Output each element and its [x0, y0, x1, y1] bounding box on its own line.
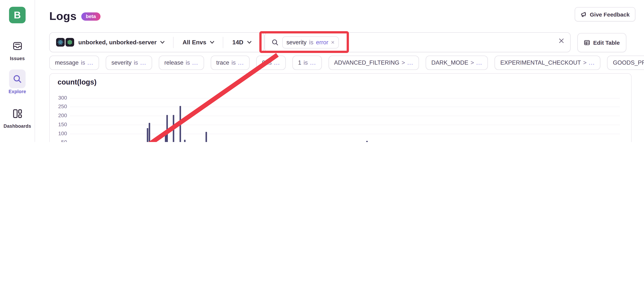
sidebar-item-issues[interactable]: Issues	[0, 36, 35, 61]
y-axis-tick-label: 50	[52, 139, 67, 142]
sidebar-item-label: Issues	[0, 56, 35, 61]
dashboards-icon	[12, 108, 22, 119]
suggestion-chip-release[interactable]: releaseis...	[159, 56, 204, 70]
clear-search-icon[interactable]	[558, 38, 564, 44]
remove-filter-icon[interactable]: ×	[331, 39, 334, 45]
sidebar-item-dashboards[interactable]: Dashboards	[0, 104, 35, 129]
suggestion-chip-severity[interactable]: severityis...	[106, 56, 152, 70]
environment-selector[interactable]: All Envs	[182, 39, 206, 46]
chart-bar[interactable]	[166, 115, 168, 142]
suggestion-chip-trace[interactable]: traceis...	[210, 56, 250, 70]
filter-operator[interactable]: is	[309, 39, 313, 46]
log-search-input[interactable]: severity is error ×	[264, 32, 570, 52]
org-avatar[interactable]: B	[9, 7, 26, 23]
edit-table-label: Edit Table	[593, 39, 620, 46]
search-icon	[12, 74, 22, 84]
divider	[223, 37, 223, 48]
sidebar-item-explore[interactable]: Explore	[0, 69, 35, 94]
y-axis-tick-label: 100	[52, 130, 67, 136]
chart-title: count(logs)	[58, 78, 96, 86]
filter-key[interactable]: severity	[286, 39, 306, 46]
page-filter-bar: unborked, unborked-server All Envs 14D	[49, 32, 264, 52]
chart-bar[interactable]	[366, 141, 368, 142]
beta-badge: beta	[81, 12, 100, 21]
node-icon	[66, 38, 74, 47]
search-filter-chip[interactable]: severity is error ×	[282, 36, 338, 48]
logs-count-chart: count(logs) 050100150200250300 Apr 21stA…	[49, 73, 632, 142]
give-feedback-label: Give Feedback	[590, 11, 630, 17]
chart-bar[interactable]	[184, 140, 186, 142]
search-icon	[272, 39, 278, 46]
chart-bar[interactable]	[147, 128, 148, 142]
y-axis-tick-label: 250	[52, 104, 67, 110]
chart-bar[interactable]	[179, 106, 181, 142]
filter-value[interactable]: error	[316, 39, 328, 46]
y-axis-tick-label: 300	[52, 95, 67, 101]
logs-page: B IssuesExploreDashboardsInsightsSetting…	[0, 0, 644, 142]
chart-bar[interactable]	[165, 131, 166, 142]
divider	[173, 37, 174, 48]
edit-table-button[interactable]: Edit Table	[578, 33, 626, 52]
suggestion-chip-experimental_checkout[interactable]: EXPERIMENTAL_CHECKOUT>...	[494, 56, 600, 70]
project-platform-icons	[56, 38, 74, 47]
chevron-down-icon	[160, 41, 165, 44]
table-icon	[584, 39, 590, 46]
project-selector[interactable]: unborked, unborked-server	[78, 39, 156, 46]
react-icon	[56, 38, 65, 47]
give-feedback-button[interactable]: Give Feedback	[575, 7, 635, 21]
date-range-selector[interactable]: 14D	[232, 39, 243, 46]
filter-suggestions-row: messageis...severityis...releaseis...tra…	[49, 56, 644, 70]
page-title: Logs	[49, 10, 76, 22]
sidebar: B IssuesExploreDashboardsInsightsSetting…	[0, 0, 35, 142]
chevron-down-icon	[247, 41, 252, 44]
sidebar-item-label: Explore	[0, 89, 35, 94]
y-axis-tick-label: 150	[52, 121, 67, 127]
y-axis-tick-label: 200	[52, 112, 67, 118]
chart-gridline	[70, 98, 620, 98]
chart-gridline	[70, 134, 620, 134]
chart-bar[interactable]	[206, 132, 207, 142]
suggestion-chip-dark_mode[interactable]: DARK_MODE>...	[426, 56, 488, 70]
sidebar-item-insights[interactable]: Insights	[0, 139, 35, 142]
sidebar-item-label: Dashboards	[0, 124, 35, 129]
chart-gridline	[70, 125, 620, 125]
suggestion-chip-goods_productquery[interactable]: GOODS_PRODUCTQUERY>...	[607, 56, 644, 70]
suggestion-chip-advanced_filtering[interactable]: ADVANCED_FILTERING>...	[328, 56, 419, 70]
chart-bar[interactable]	[173, 115, 174, 142]
issues-icon	[12, 41, 22, 51]
suggestion-chip-0[interactable]: 0is...	[256, 56, 286, 70]
chart-gridline	[70, 116, 620, 116]
chart-bar[interactable]	[148, 123, 150, 142]
suggestion-chip-message[interactable]: messageis...	[49, 56, 99, 70]
chart-gridline	[70, 107, 620, 107]
megaphone-icon	[580, 11, 587, 17]
chevron-down-icon	[210, 41, 214, 44]
suggestion-chip-1[interactable]: 1is...	[292, 56, 322, 70]
